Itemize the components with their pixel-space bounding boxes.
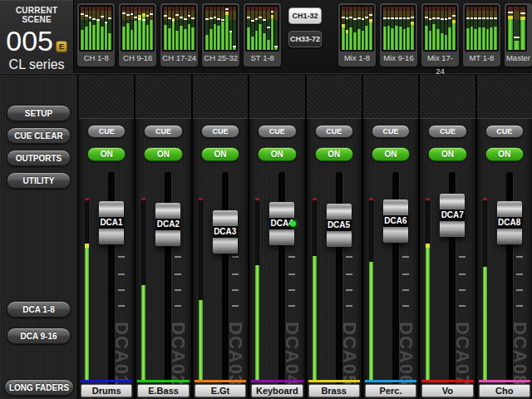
dca-1-8-bank-button[interactable]: DCA 1-8 xyxy=(7,301,71,318)
cue-button[interactable]: CUE xyxy=(485,125,524,138)
meter-bar xyxy=(403,7,406,50)
on-button[interactable]: ON xyxy=(372,147,410,161)
utility-button[interactable]: UTILITY xyxy=(7,172,71,189)
fader-knob[interactable]: DCA1 xyxy=(99,201,124,244)
meter-bar xyxy=(108,7,111,50)
on-button[interactable]: ON xyxy=(201,147,239,161)
fader-scale-tick xyxy=(516,256,523,258)
meter-screen xyxy=(506,5,527,52)
meter-fill xyxy=(357,29,361,50)
meter-fill xyxy=(267,40,270,50)
dca-number-watermark: DCA02 xyxy=(169,322,187,386)
meter-bar xyxy=(432,7,436,50)
fader-scale-tick xyxy=(118,256,125,258)
channel-name-label[interactable]: Brass xyxy=(308,384,360,397)
peak-hold-indicator xyxy=(387,17,391,19)
cue-button[interactable]: CUE xyxy=(372,125,410,138)
meter-block-label: Mix 17-24 xyxy=(423,52,457,65)
scene-panel[interactable]: CURRENT SCENE 005 E CL series xyxy=(0,0,74,73)
meter-fill xyxy=(180,26,183,50)
on-button[interactable]: ON xyxy=(315,147,353,161)
cue-button[interactable]: CUE xyxy=(428,125,466,138)
cue-button[interactable]: CUE xyxy=(144,125,182,138)
on-button[interactable]: ON xyxy=(258,147,296,161)
meter-bar xyxy=(229,7,233,50)
fader-knob[interactable]: DCA3 xyxy=(213,210,238,254)
meter-fill xyxy=(411,22,414,50)
meter-block-master[interactable]: Master xyxy=(505,3,532,66)
cue-clear-button[interactable]: CUE CLEAR xyxy=(7,127,71,144)
peak-hold-indicator xyxy=(411,17,414,18)
meter-block-mix-1-8[interactable]: Mix 1-8 xyxy=(338,3,376,66)
meter-fill xyxy=(387,26,391,50)
fader-knob[interactable]: DCA4 xyxy=(269,202,294,245)
meter-block-ch-9-16[interactable]: CH 9-16 xyxy=(119,3,156,66)
peak-hold-indicator xyxy=(221,19,224,21)
meter-block-ch-17-24[interactable]: CH 17-24 xyxy=(160,3,198,66)
peak-hold-indicator xyxy=(436,17,440,19)
channel-name-label[interactable]: E.Gt xyxy=(195,384,246,397)
bank-button-ch1-32[interactable]: CH1-32 xyxy=(288,7,322,24)
peak-hold-indicator xyxy=(138,18,141,20)
meter-bar xyxy=(383,7,387,50)
long-faders-button[interactable]: LONG FADERS xyxy=(4,379,74,396)
on-button[interactable]: ON xyxy=(485,147,524,161)
meter-bar xyxy=(274,7,278,50)
on-button[interactable]: ON xyxy=(87,147,126,161)
cue-button[interactable]: CUE xyxy=(87,125,126,138)
setup-button[interactable]: SETUP xyxy=(7,105,71,121)
channel-color-stripe xyxy=(365,380,416,382)
meter-block-mix-9-16[interactable]: Mix 9-16 xyxy=(380,3,417,66)
meter-fill xyxy=(391,28,394,50)
channel-color-stripe xyxy=(81,380,132,382)
meter-fill xyxy=(251,37,254,50)
meter-bar xyxy=(520,7,525,50)
meter-bar xyxy=(184,7,187,50)
meter-fill xyxy=(138,15,141,50)
fader-scale-tick xyxy=(232,289,239,291)
channel-name-label[interactable]: Vo xyxy=(421,384,473,397)
strip-head-texture xyxy=(249,75,304,119)
meter-block-label: CH 1-8 xyxy=(79,52,113,65)
meter-block-st-1-8[interactable]: ST 1-8 xyxy=(244,3,281,66)
cue-button[interactable]: CUE xyxy=(201,125,239,138)
cue-button[interactable]: CUE xyxy=(315,125,353,138)
fader-knob[interactable]: DCA5 xyxy=(327,204,352,247)
fader-scale-tick xyxy=(175,256,181,258)
channel-name-label[interactable]: Perc. xyxy=(365,384,416,397)
meter-fill xyxy=(247,27,250,50)
meter-bar xyxy=(150,7,153,50)
bank-button-ch33-72[interactable]: CH33-72 xyxy=(288,31,322,47)
channel-name-label[interactable]: Keyboard xyxy=(251,384,303,397)
peak-hold-indicator xyxy=(188,15,191,17)
outports-button[interactable]: OUTPORTS xyxy=(7,150,71,166)
meter-block-ch-25-32[interactable]: CH 25-32 xyxy=(202,3,239,66)
meter-block-mt-1-8[interactable]: MT 1-8 xyxy=(463,3,500,66)
fader-knob[interactable]: DCA2 xyxy=(155,203,180,246)
channel-strip-dca6: CUEONDCA06DCA6Perc. xyxy=(363,75,418,399)
channel-name-label[interactable]: E.Bass xyxy=(137,384,189,397)
meter-fill xyxy=(425,26,428,50)
peak-hold-indicator xyxy=(494,17,497,19)
meter-block-label: MT 1-8 xyxy=(465,52,499,65)
peak-hold-indicator xyxy=(101,16,104,17)
dca-9-16-bank-button[interactable]: DCA 9-16 xyxy=(7,328,71,344)
channel-name-label[interactable]: Cho xyxy=(479,384,530,397)
fader-knob[interactable]: DCA7 xyxy=(440,194,465,237)
selected-indicator-dot xyxy=(290,221,296,227)
meter-bar xyxy=(474,7,477,50)
meter-fill xyxy=(403,29,406,50)
peak-hold-indicator xyxy=(85,15,88,17)
fader-knob[interactable]: DCA8 xyxy=(497,201,522,244)
meter-bar xyxy=(482,7,485,50)
cue-button[interactable]: CUE xyxy=(258,125,296,138)
meter-block-mix-17-24[interactable]: Mix 17-24 xyxy=(421,3,459,66)
channel-name-label[interactable]: Drums xyxy=(81,384,132,397)
peak-hold-indicator xyxy=(92,18,96,20)
on-button[interactable]: ON xyxy=(144,147,182,161)
meter-block-ch-1-8[interactable]: CH 1-8 xyxy=(77,3,115,66)
meter-bar xyxy=(263,7,266,50)
on-button[interactable]: ON xyxy=(428,147,466,161)
fader-knob[interactable]: DCA6 xyxy=(383,200,408,243)
meter-bar xyxy=(188,7,191,50)
